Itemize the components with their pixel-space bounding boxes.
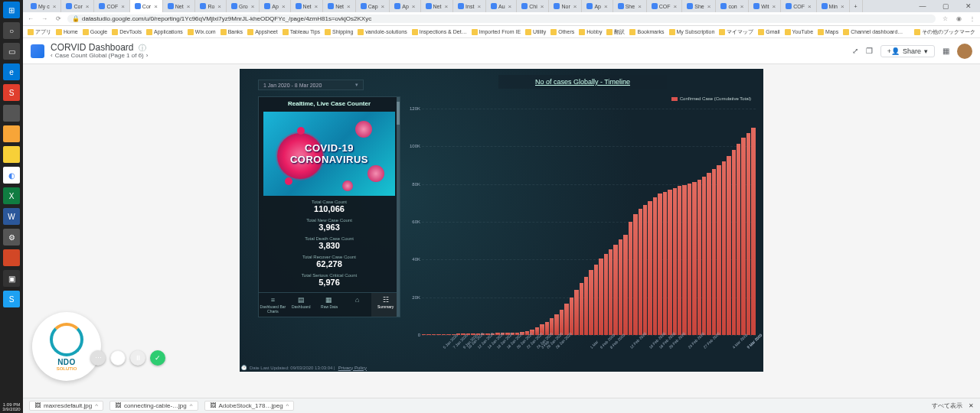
taskbar-app-icon[interactable] <box>3 105 20 122</box>
date-range-picker[interactable]: 1 Jan 2020 - 8 Mar 2020 ▾ <box>258 80 364 90</box>
browser-tab[interactable]: Gro× <box>227 0 260 12</box>
recorder-stop-button[interactable]: ✕ <box>110 350 126 366</box>
back-button[interactable]: ← <box>26 15 35 22</box>
bookmark-item[interactable]: vandole-solutions <box>358 29 407 35</box>
breadcrumb[interactable]: ‹ Case Count Global (Page 1 of 6) › <box>51 53 148 60</box>
taskbar-chrome-icon[interactable]: ◐ <box>3 167 20 184</box>
browser-tab[interactable]: Inst× <box>453 0 486 12</box>
info-icon[interactable]: ⓘ <box>139 44 146 52</box>
close-tab-icon[interactable]: × <box>121 3 125 10</box>
bookmark-item[interactable]: Maps <box>818 29 838 35</box>
chart-bar[interactable] <box>623 235 627 335</box>
chevron-up-icon[interactable]: ^ <box>190 402 193 409</box>
chart-bar[interactable] <box>570 298 573 335</box>
bookmark-item[interactable]: My Subscription <box>669 29 715 35</box>
taskbar-excel-icon[interactable]: X <box>3 187 20 204</box>
close-tab-icon[interactable]: × <box>412 3 416 10</box>
panel-nav-item[interactable]: ▤Dashboard <box>287 293 315 317</box>
menu-icon[interactable]: ⋮ <box>968 15 977 22</box>
taskbar-app-icon[interactable] <box>3 249 20 266</box>
chart-bar[interactable] <box>668 190 671 335</box>
chart-bar[interactable] <box>594 265 598 336</box>
show-all-downloads[interactable]: すべて表示 <box>932 402 962 410</box>
taskbar-edge-icon[interactable]: e <box>3 63 20 80</box>
chart-bar[interactable] <box>609 249 612 335</box>
chart-bar[interactable] <box>633 214 637 335</box>
bookmark-item[interactable]: Banks <box>220 29 243 35</box>
bookmark-item[interactable]: Channel dashboard… <box>843 29 903 35</box>
close-tab-icon[interactable]: × <box>347 3 351 10</box>
download-item[interactable]: 🖼connecting-cable-…jpg^ <box>109 401 198 411</box>
avatar[interactable] <box>957 44 972 59</box>
bookmark-item[interactable]: Imported From IE <box>472 29 521 35</box>
browser-tab[interactable]: Cor× <box>61 0 94 12</box>
bookmark-item[interactable]: Tableau Tips <box>283 29 320 35</box>
bookmark-item[interactable]: YouTube <box>785 29 814 35</box>
chart-bar[interactable] <box>751 128 755 335</box>
download-item[interactable]: 🖼maxresdefault.jpg^ <box>29 401 103 411</box>
scrollbar[interactable] <box>397 97 400 317</box>
browser-tab[interactable]: con× <box>716 0 749 12</box>
bookmark-item[interactable]: アプリ <box>28 28 51 36</box>
close-tab-icon[interactable]: × <box>674 3 678 10</box>
chart-bar[interactable] <box>629 222 632 335</box>
taskbar-app-icon[interactable]: S <box>3 291 20 307</box>
browser-tab[interactable]: Ap× <box>582 0 612 12</box>
chart-bar[interactable] <box>574 290 578 335</box>
browser-tab[interactable]: Ro× <box>195 0 227 12</box>
bookmark-item[interactable]: Utility <box>525 29 546 35</box>
chart-bar[interactable] <box>643 205 647 335</box>
bookmark-item[interactable]: DevTools <box>112 29 142 35</box>
close-tab-icon[interactable]: × <box>381 3 385 10</box>
bookmark-item[interactable]: Wix.com <box>188 29 216 35</box>
recorder-done-button[interactable]: ✓ <box>150 350 165 366</box>
apps-grid-icon[interactable]: ▦ <box>942 47 949 55</box>
chart-bar[interactable] <box>564 304 568 335</box>
taskbar-search-icon[interactable]: ○ <box>3 22 20 39</box>
recorder-pause-button[interactable]: ⏸ <box>130 350 145 366</box>
start-button[interactable]: ⊞ <box>3 2 20 18</box>
chart-bar[interactable] <box>599 259 603 335</box>
browser-tab[interactable]: Ap× <box>260 0 290 12</box>
chart-bar[interactable] <box>707 173 710 335</box>
bookmark-item[interactable]: 翻訳 <box>606 28 625 36</box>
browser-tab[interactable]: Cor× <box>130 0 163 12</box>
close-tab-icon[interactable]: × <box>808 3 812 10</box>
forward-button[interactable]: → <box>40 15 49 22</box>
close-tab-icon[interactable]: × <box>707 3 711 10</box>
browser-tab[interactable]: Net× <box>421 0 454 12</box>
browser-tab[interactable]: COF× <box>781 0 816 12</box>
chart-bar[interactable] <box>702 177 706 335</box>
browser-tab[interactable]: Chi× <box>517 0 549 12</box>
chart-bar[interactable] <box>589 270 593 335</box>
copy-icon[interactable]: ❐ <box>866 47 873 55</box>
reload-button[interactable]: ⟳ <box>54 15 63 22</box>
taskbar-app-icon[interactable] <box>3 125 20 142</box>
bookmark-item[interactable]: Others <box>550 29 574 35</box>
close-tab-icon[interactable]: × <box>86 3 90 10</box>
browser-tab[interactable]: Net× <box>323 0 356 12</box>
star-icon[interactable]: ☆ <box>940 15 949 22</box>
bookmark-item[interactable]: マイマップ <box>719 28 753 36</box>
datastudio-logo-icon[interactable] <box>31 44 44 58</box>
new-tab-button[interactable]: + <box>850 0 863 12</box>
chevron-right-icon[interactable]: › <box>146 53 149 60</box>
close-tab-icon[interactable]: × <box>604 3 608 10</box>
fit-icon[interactable]: ⤢ <box>852 47 858 55</box>
close-tab-icon[interactable]: × <box>638 3 642 10</box>
chart-bar[interactable] <box>737 144 740 335</box>
chart-bar[interactable] <box>727 156 730 335</box>
close-tab-icon[interactable]: × <box>251 3 255 10</box>
chart-bar[interactable] <box>697 180 701 336</box>
chart-bar[interactable] <box>653 197 657 335</box>
maximize-button[interactable]: ▢ <box>934 2 957 10</box>
chart-bar[interactable] <box>639 209 642 335</box>
chart-bar[interactable] <box>604 254 608 335</box>
bookmark-item[interactable]: Appsheet <box>247 29 278 35</box>
panel-nav-item[interactable]: ≡Dashboard Bar Charts <box>259 293 287 317</box>
chart-bar[interactable] <box>580 283 583 335</box>
bookmark-item[interactable]: Applications <box>146 29 183 35</box>
close-tab-icon[interactable]: × <box>187 3 191 10</box>
share-button[interactable]: +👤 Share ▾ <box>880 45 935 57</box>
taskbar-word-icon[interactable]: W <box>3 208 20 225</box>
